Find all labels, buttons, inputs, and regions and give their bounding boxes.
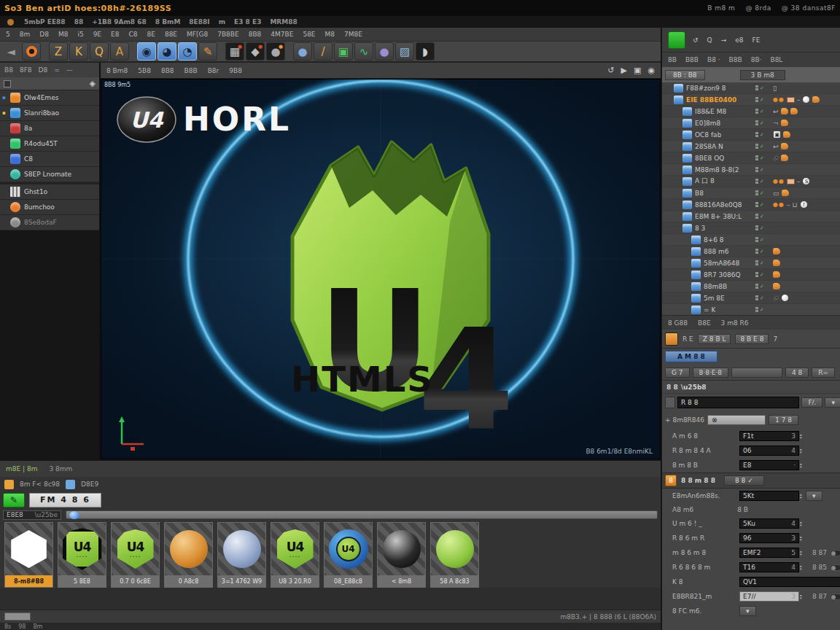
material-tile[interactable]: 3=1 4762 W9: [217, 522, 266, 588]
tree-row[interactable]: F88#zon9 8✓▯: [662, 82, 840, 94]
attribute-extra-icon[interactable]: 7: [773, 335, 777, 343]
coord-mode-icon[interactable]: ◕: [158, 42, 176, 61]
toggle-switch[interactable]: [830, 564, 840, 571]
material-tile[interactable]: 0 A8c8: [164, 522, 213, 588]
frame-counter-button[interactable]: FM 4 8 6: [29, 493, 101, 508]
titlebar-menu-item[interactable]: @ 8rda: [745, 4, 771, 12]
attr-btn-3[interactable]: 4 8: [785, 368, 809, 378]
filter-icon[interactable]: ◈: [90, 79, 96, 88]
bottom-hint-item[interactable]: 98: [18, 623, 26, 630]
material-tile[interactable]: < 8m8: [377, 522, 426, 588]
layers-menu-item[interactable]: B8: [4, 66, 13, 74]
attr-btn-blank[interactable]: [731, 368, 782, 378]
bottom-hint-item[interactable]: 8s: [4, 623, 11, 630]
layout-green-button[interactable]: [668, 31, 685, 49]
material-tile[interactable]: U4••••0.7 0 6c8E: [111, 522, 160, 588]
viewport-nav-icon[interactable]: ↺: [607, 66, 614, 75]
spinner-arrows-icon[interactable]: ▴▾: [800, 448, 806, 454]
layer-item[interactable]: S8EP Lnomate: [0, 167, 99, 182]
menu-item[interactable]: E8: [111, 31, 119, 38]
material-tile[interactable]: U4••••U8 3 20.R0: [271, 522, 319, 588]
basic-tab[interactable]: A M 8 8: [665, 351, 718, 362]
tree-row[interactable]: I88&E M8✓↩: [662, 106, 840, 117]
move-tool-icon[interactable]: Z: [49, 42, 68, 61]
visibility-toggles[interactable]: ✓: [755, 272, 764, 278]
layer-item[interactable]: ▪Slanri8bao: [0, 106, 99, 121]
titlebar-menu-item[interactable]: @ 38 dansat8F: [782, 4, 836, 12]
axis-tool-icon[interactable]: A: [110, 42, 129, 61]
volume-icon[interactable]: ●: [375, 42, 394, 61]
menu-item[interactable]: 5mbP EE88: [24, 18, 66, 26]
layer-item[interactable]: R4odu45T: [0, 136, 99, 152]
toggle-switch[interactable]: [830, 550, 840, 556]
attr-value-field[interactable]: 963: [739, 533, 799, 543]
scale-tool-icon[interactable]: K: [69, 42, 88, 61]
coord-mode-icon[interactable]: ◔: [178, 42, 197, 61]
tree-footer-item[interactable]: 8 G88: [668, 319, 688, 327]
coord-mode-icon[interactable]: ◉: [137, 42, 156, 61]
titlebar-menu-item[interactable]: B m8 m: [707, 4, 735, 12]
menu-item[interactable]: D8: [39, 31, 49, 38]
torus-tool-icon[interactable]: [22, 42, 41, 61]
layer-item[interactable]: 8umchoo: [0, 200, 99, 215]
menu-item[interactable]: C8: [128, 31, 137, 38]
layer-item[interactable]: 8a: [0, 121, 99, 136]
visibility-toggles[interactable]: ✓: [755, 132, 764, 138]
tree-row[interactable]: 8BE8 OQ✓↗: [662, 152, 840, 164]
visibility-toggles[interactable]: ✓: [755, 120, 764, 126]
cursor-tool-icon[interactable]: ◄: [1, 42, 20, 61]
spinner-arrows-icon[interactable]: ▴▾: [800, 521, 806, 526]
layer-item[interactable]: 8Se8odaF: [0, 215, 99, 230]
material-scrollbar[interactable]: [66, 510, 658, 519]
menu-item[interactable]: 8 BmM: [155, 18, 181, 26]
layers-menu-item[interactable]: D8: [39, 66, 48, 74]
sphere-primitive-icon[interactable]: ●: [293, 42, 312, 61]
viewport-menu-item[interactable]: B8B: [184, 67, 198, 74]
tree-row[interactable]: EIE 88BE0400✓●●–: [662, 94, 840, 106]
rotate-tool-icon[interactable]: Q: [90, 42, 109, 61]
attr-extra-button[interactable]: ▾: [806, 491, 822, 501]
attr-value-field[interactable]: E7//3: [739, 591, 799, 602]
menu-item[interactable]: 8E88I: [189, 18, 209, 26]
object-menu-item[interactable]: B8B: [729, 56, 742, 63]
visibility-toggles[interactable]: ✓: [755, 202, 764, 208]
material-menu-item[interactable]: 3 8mm: [49, 465, 72, 472]
viewport-menu-item[interactable]: 8 Bm8: [106, 67, 128, 74]
spinner-arrows-icon[interactable]: ▴▾: [800, 433, 806, 439]
layer-item[interactable]: ▪Olw4Emes: [0, 90, 99, 106]
viewport-menu-item[interactable]: B8r: [208, 67, 219, 74]
tree-row[interactable]: 5m 8E✓↗: [662, 292, 840, 304]
menu-item[interactable]: 8E: [147, 31, 155, 38]
material-filter-dropdown[interactable]: E8E8\u25be: [3, 510, 61, 520]
render-view-icon[interactable]: ▦●: [225, 42, 244, 61]
menu-item[interactable]: M8: [325, 31, 335, 38]
visibility-toggles[interactable]: ✓: [755, 144, 764, 149]
toggle-switch[interactable]: [830, 594, 840, 600]
coord-button[interactable]: 1 7 8: [769, 415, 798, 425]
section-header-shader[interactable]: 8 8 8 m 8 8 8 8 ✓: [662, 472, 840, 489]
visibility-toggles[interactable]: ✓: [755, 249, 764, 254]
tree-row[interactable]: 888 m6✓: [662, 246, 840, 257]
visibility-toggles[interactable]: ✓: [755, 225, 764, 231]
visibility-toggles[interactable]: ✓: [755, 97, 764, 103]
menu-item[interactable]: E3 8 E3: [234, 18, 261, 26]
tree-row[interactable]: 88m8B✓: [662, 281, 840, 292]
material-menu-item[interactable]: m8E | 8m: [6, 465, 37, 472]
tree-row[interactable]: 28S8A N✓↩: [662, 141, 840, 152]
spinner-arrows-icon[interactable]: ▴▾: [800, 493, 806, 499]
attr-value-field[interactable]: QV1: [739, 577, 840, 587]
attr-value-field[interactable]: F1t3: [739, 431, 799, 441]
attr-right-toggle[interactable]: 8 87: [812, 593, 840, 600]
tree-row[interactable]: 8+6 8✓: [662, 234, 840, 246]
tree-row[interactable]: 88816A8e0Q8✓●●–⊔?: [662, 199, 840, 211]
viewport-menu-item[interactable]: 5B8: [138, 67, 151, 74]
visibility-toggles[interactable]: ✓: [755, 109, 764, 114]
menu-item[interactable]: MF[G8: [187, 31, 208, 38]
spinner-arrows-icon[interactable]: ▴▾: [800, 564, 806, 570]
viewport-nav-icon[interactable]: ◉: [648, 66, 655, 75]
mode-pointer-icon[interactable]: [665, 332, 678, 346]
attr-value-field[interactable]: 5Ku4: [739, 518, 799, 529]
simulate-icon[interactable]: ◗: [416, 42, 435, 61]
tree-row[interactable]: OC8 fab✓▣: [662, 129, 840, 141]
right-toolbar-icon[interactable]: FE: [752, 36, 760, 44]
